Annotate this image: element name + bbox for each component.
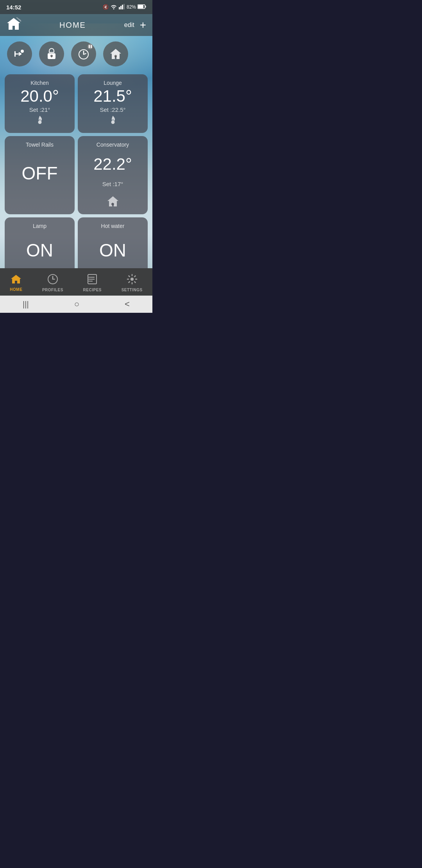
tile-kitchen[interactable]: Kitchen 20.0° Set :21°	[5, 74, 75, 133]
tile-lamp[interactable]: Lamp ON	[5, 217, 75, 268]
lounge-flame-icon	[109, 115, 117, 128]
towel-rails-name: Towel Rails	[10, 142, 69, 148]
main-content: Kitchen 20.0° Set :21° Lounge 21.5° Set …	[0, 72, 152, 268]
svg-rect-1	[120, 6, 122, 9]
nav-profiles-label: PROFILES	[42, 288, 63, 292]
edit-button[interactable]: edit	[124, 22, 134, 29]
battery-icon	[138, 4, 146, 10]
tile-lounge[interactable]: Lounge 21.5° Set :22.5°	[78, 74, 148, 133]
mute-icon: 🔇	[103, 4, 109, 10]
tiles-row-2: Towel Rails OFF Conservatory 22.2° Set :…	[5, 136, 148, 214]
header-title: HOME	[59, 21, 86, 30]
svg-rect-7	[14, 51, 16, 57]
tile-conservatory[interactable]: Conservatory 22.2° Set :17° ❄	[78, 136, 148, 214]
quick-actions: ❄	[0, 36, 152, 72]
signal-icon	[119, 4, 125, 11]
svg-rect-13	[89, 45, 90, 48]
hot-water-value: ON	[99, 240, 126, 261]
tile-towel-rails[interactable]: Towel Rails OFF	[5, 136, 75, 214]
svg-rect-0	[119, 7, 120, 9]
lounge-name: Lounge	[83, 80, 142, 86]
svg-rect-2	[122, 5, 123, 9]
svg-rect-6	[145, 5, 146, 7]
lamp-value: ON	[26, 240, 53, 261]
nav-home-label: HOME	[10, 287, 22, 292]
tiles-row-1: Kitchen 20.0° Set :21° Lounge 21.5° Set …	[5, 74, 148, 133]
svg-rect-11	[51, 56, 52, 57]
header-home-icon[interactable]	[6, 17, 21, 33]
svg-rect-14	[91, 45, 92, 48]
header: HOME edit +	[0, 14, 152, 36]
svg-text:❄: ❄	[114, 54, 117, 58]
add-button[interactable]: +	[140, 19, 146, 31]
nav-home-icon	[11, 274, 21, 287]
nav-recipes-label: RECIPES	[83, 288, 102, 292]
sys-back-button[interactable]: <	[125, 299, 130, 309]
header-right: edit +	[124, 19, 146, 31]
sys-home-button[interactable]: ○	[74, 299, 79, 309]
kitchen-name: Kitchen	[10, 80, 69, 86]
tiles-row-3: Lamp ON Hot water ON	[5, 217, 148, 268]
status-icons: 🔇 82%	[103, 4, 146, 11]
svg-rect-3	[123, 4, 125, 9]
svg-point-24	[89, 280, 90, 282]
lounge-temp: 21.5°	[93, 88, 132, 104]
conservatory-name: Conservatory	[83, 142, 142, 148]
towel-rails-value: OFF	[22, 163, 58, 184]
kitchen-set: Set :21°	[29, 106, 50, 113]
quick-btn-house-snowflake[interactable]: ❄	[103, 41, 128, 66]
lamp-name: Lamp	[10, 223, 69, 229]
svg-point-22	[89, 276, 90, 278]
nav-profiles[interactable]: PROFILES	[42, 274, 63, 292]
svg-text:❄: ❄	[111, 202, 114, 206]
nav-recipes-icon	[87, 274, 97, 287]
system-nav-bar: ||| ○ <	[0, 296, 152, 313]
bottom-nav: HOME PROFILES RECIPES	[0, 268, 152, 296]
svg-point-8	[21, 50, 24, 53]
battery-percent: 82%	[127, 4, 136, 10]
quick-btn-timer[interactable]	[71, 41, 96, 66]
nav-settings[interactable]: SETTINGS	[122, 274, 143, 292]
nav-settings-label: SETTINGS	[122, 288, 143, 292]
status-bar: 14:52 🔇 82%	[0, 0, 152, 14]
status-time: 14:52	[6, 4, 21, 11]
quick-btn-lock[interactable]	[39, 41, 64, 66]
conservatory-snow-house-icon: ❄	[107, 195, 119, 210]
wifi-icon	[110, 4, 117, 11]
svg-rect-5	[138, 5, 143, 8]
nav-recipes[interactable]: RECIPES	[83, 274, 102, 292]
timer-pause-badge	[88, 44, 93, 49]
conservatory-temp: 22.2°	[93, 156, 132, 172]
nav-home[interactable]: HOME	[10, 274, 22, 292]
hot-water-name: Hot water	[83, 223, 142, 229]
lounge-set: Set :22.5°	[100, 106, 125, 113]
svg-point-25	[131, 278, 134, 281]
nav-profiles-icon	[47, 274, 58, 287]
nav-settings-icon	[127, 274, 138, 287]
kitchen-temp: 20.0°	[20, 88, 59, 104]
svg-point-23	[89, 278, 90, 280]
sys-menu-button[interactable]: |||	[23, 300, 29, 309]
tile-hot-water[interactable]: Hot water ON	[78, 217, 148, 268]
quick-btn-person-exit[interactable]	[7, 41, 32, 66]
conservatory-set: Set :17°	[102, 181, 123, 187]
kitchen-flame-icon	[36, 115, 44, 128]
